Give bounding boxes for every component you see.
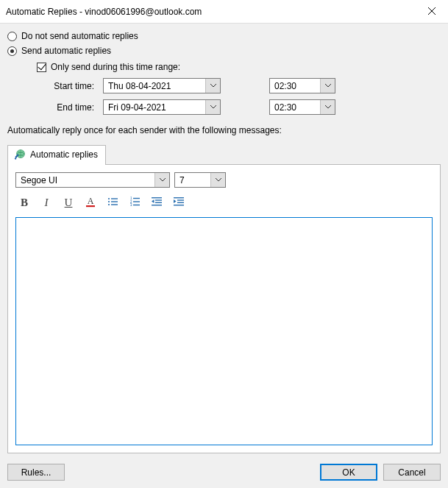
tab-automatic-replies-label: Automatic replies [30,149,98,160]
bold-button[interactable]: B [17,195,32,210]
radio-send-label: Send automatic replies [21,46,111,56]
bullet-list-icon [107,196,118,210]
tab-panel: Segoe UI 7 B I U [7,164,441,453]
close-button[interactable] [415,0,448,24]
radio-icon [7,46,17,56]
cancel-button[interactable]: Cancel [383,464,441,481]
automatic-replies-dialog: Automatic Replies - vinod06061996@outloo… [0,0,448,488]
chevron-down-icon [210,173,225,187]
increase-indent-icon [173,196,185,210]
start-date-value: Thu 08-04-2021 [104,79,205,93]
chevron-down-icon [154,173,169,187]
svg-marker-22 [152,199,154,203]
radio-do-not-send-label: Do not send automatic replies [21,31,138,41]
dialog-footer: Rules... OK Cancel [0,458,448,488]
svg-point-6 [108,197,110,199]
indent-button[interactable] [171,195,186,210]
end-time-value: 02:30 [270,100,320,114]
svg-rect-21 [152,205,162,205]
chevron-down-icon [205,79,220,93]
svg-rect-9 [111,201,118,202]
svg-rect-13 [133,197,140,198]
start-time-dropdown[interactable]: 02:30 [269,78,335,93]
italic-button[interactable]: I [39,195,54,210]
end-date-value: Fri 09-04-2021 [104,100,205,114]
svg-rect-15 [133,201,140,202]
svg-rect-25 [177,202,184,202]
font-size-value: 7 [175,173,210,187]
chevron-down-icon [320,79,335,93]
time-range-block: Only send during this time range: Start … [37,62,441,115]
only-send-during-label: Only send during this time range: [51,62,180,72]
titlebar: Automatic Replies - vinod06061996@outloo… [0,0,448,24]
font-color-icon: A [85,196,96,210]
font-size-dropdown[interactable]: 7 [174,172,226,188]
svg-rect-19 [155,199,162,200]
end-date-dropdown[interactable]: Fri 09-04-2021 [103,99,221,115]
font-family-dropdown[interactable]: Segoe UI [15,172,170,188]
window-title: Automatic Replies - vinod06061996@outloo… [6,7,415,17]
rules-button[interactable]: Rules... [7,464,65,481]
close-icon [428,7,435,17]
chevron-down-icon [205,100,220,114]
start-time-label: Start time: [46,81,97,91]
outdent-button[interactable] [149,195,164,210]
svg-rect-26 [174,205,184,205]
reply-message-editor[interactable] [15,217,433,445]
svg-text:A: A [88,196,94,206]
ok-button[interactable]: OK [320,464,377,481]
end-time-label: End time: [46,102,97,113]
svg-marker-27 [174,199,177,203]
font-color-button[interactable]: A [83,195,98,210]
chevron-down-icon [320,100,335,114]
svg-rect-24 [177,199,184,200]
editor-toolbar-row2: B I U A [17,195,433,210]
svg-rect-11 [111,204,118,205]
end-time-dropdown[interactable]: 02:30 [269,99,335,115]
underline-button[interactable]: U [61,195,76,210]
bullet-list-button[interactable] [105,195,120,210]
svg-rect-7 [111,198,118,199]
radio-icon [7,32,17,41]
tabstrip: Automatic replies [7,144,441,164]
numbered-list-button[interactable]: 1 2 3 [127,195,142,210]
tab-automatic-replies[interactable]: Automatic replies [7,145,106,165]
svg-rect-23 [174,197,184,198]
decrease-indent-icon [151,196,163,210]
numbered-list-icon: 1 2 3 [129,196,141,210]
globe-arrow-icon [14,149,26,160]
editor-toolbar-row1: Segoe UI 7 [15,172,433,188]
svg-rect-18 [152,197,162,198]
radio-send[interactable]: Send automatic replies [7,46,441,56]
svg-rect-17 [133,204,140,205]
info-text: Automatically reply once for each sender… [7,125,441,135]
start-time-value: 02:30 [270,79,320,93]
font-family-value: Segoe UI [16,173,154,187]
checkmark-icon [37,63,46,72]
svg-point-10 [108,203,110,205]
radio-do-not-send[interactable]: Do not send automatic replies [7,31,441,41]
svg-text:3: 3 [130,203,132,207]
svg-point-8 [108,200,110,202]
reply-editor-group: Automatic replies Segoe UI 7 [7,144,441,453]
start-date-dropdown[interactable]: Thu 08-04-2021 [103,78,221,93]
dialog-body: Do not send automatic replies Send autom… [0,24,448,458]
svg-rect-5 [86,205,95,207]
only-send-during-checkbox[interactable]: Only send during this time range: [37,62,441,72]
svg-rect-20 [155,202,162,202]
